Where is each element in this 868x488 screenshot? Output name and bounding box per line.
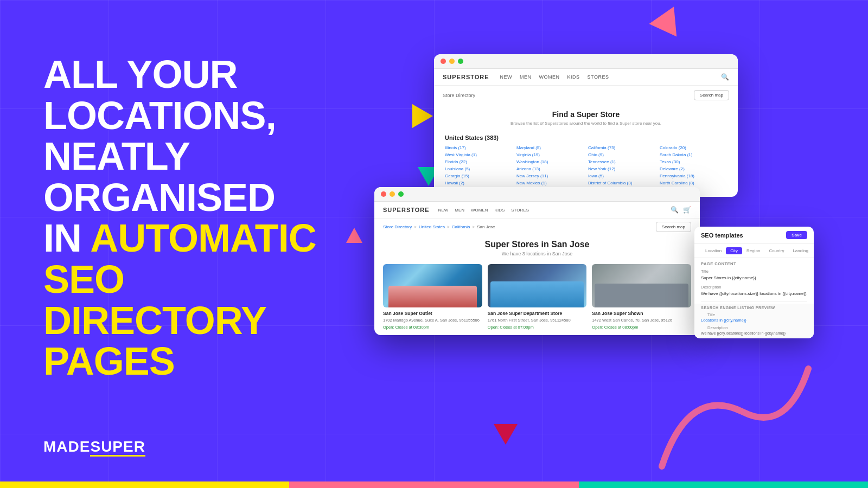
nav-new[interactable]: NEW [500,74,513,80]
location-item[interactable]: California (75) [588,145,655,150]
decoration-triangle-red-bottom [494,424,518,445]
breadcrumb-store-dir[interactable]: Store Directory [383,224,412,229]
sj-nav-new[interactable]: NEW [438,208,449,213]
location-item[interactable]: Pennsylvania (18) [660,174,727,178]
location-item[interactable]: Washington (18) [516,159,584,164]
location-item[interactable]: West Virginia (1) [445,152,512,157]
location-item[interactable]: Delaware (2) [660,166,727,171]
store-card-addr-outlet: 1702 Maridgo Avenue, Suite A, San Jose, … [383,318,482,324]
location-item[interactable]: New Mexico (1) [516,181,584,185]
brand-logo: MADESUPER [43,438,145,455]
store-brand-1: SUPERSTORE [443,74,489,80]
location-item[interactable]: Illinois (17) [445,145,512,150]
seo-tab-more[interactable]: ... [813,247,814,254]
browser-dot-close-2 [381,191,386,197]
store-card-dept[interactable]: San Jose Super Department Store 1761 Nor… [488,264,587,330]
location-item[interactable]: Georgia (15) [445,174,512,178]
sj-nav-men[interactable]: MEN [455,208,464,213]
decoration-triangle-pink-topleft [649,0,687,36]
location-item[interactable]: Florida (22) [445,159,512,164]
seo-description-label: Description [694,283,814,290]
location-item[interactable]: Tennessee (1) [588,159,655,164]
seo-preview-title-value: Locations in {{city.name}} [701,318,807,323]
breadcrumb-sj: San Jose [477,224,495,229]
location-item[interactable]: Texas (30) [660,159,727,164]
location-grid: Illinois (17) Maryland (5) California (7… [445,145,727,192]
breadcrumb-ca[interactable]: California [452,224,470,229]
store-card-hours-dept: Open: Closes at 07:00pm [488,325,587,330]
location-item[interactable]: Hawaii (2) [445,181,512,185]
location-item[interactable]: Colorado (20) [660,145,727,150]
seo-tab-landing[interactable]: Landing [788,247,812,254]
location-item[interactable]: North Carolina (8) [660,181,727,185]
location-item[interactable]: New Jersey (11) [516,174,584,178]
store-card-img-outlet [383,264,482,307]
nav-stores[interactable]: STORES [588,74,609,80]
store-card-addr-shown: 1472 West San Carlos, 70, San Jose, 9512… [592,318,691,324]
seo-preview-desc-value: We have {{city.locations}} locations in … [701,331,807,336]
location-item[interactable]: Virginia (19) [516,152,584,157]
store-card-img-dept [488,264,587,307]
breadcrumb-us[interactable]: United States [419,224,445,229]
location-item[interactable]: New York (12) [588,166,655,171]
brand-logo-text: MADESUPER [43,438,145,455]
store-card-hours-outlet: Open: Closes at 08:30pm [383,325,482,330]
location-item[interactable]: Iowa (5) [588,174,655,178]
seo-title-value[interactable]: Super Stores in {{city.name}} [694,274,814,283]
seo-preview-section-label: SEARCH ENGINE LISTING PREVIEW [701,306,807,310]
headline-line3-normal: IN [43,216,90,260]
decoration-triangle-yellow [412,104,433,128]
country-title: United States (383) [445,134,727,141]
search-icon-2[interactable]: 🔍 [671,206,679,214]
find-store-subtitle: Browse the list of Superstores around th… [445,121,727,126]
sj-nav-kids[interactable]: KIDS [495,208,505,213]
seo-tabs: Location City Region Country Landing ... [694,244,814,258]
brand-made: MADE [43,438,90,455]
browser-bar-2 [374,187,700,202]
seo-preview-title-label: Title [701,311,807,318]
seo-description-value[interactable]: We have {{city.locations.size}} location… [694,290,814,299]
seo-tab-location[interactable]: Location [701,247,726,254]
seo-save-button[interactable]: Save [786,231,807,239]
seo-tab-region[interactable]: Region [742,247,764,254]
seo-preview-section: SEARCH ENGINE LISTING PREVIEW Title Loca… [694,304,814,338]
search-map-btn-2[interactable]: Search map [656,222,691,232]
nav-kids[interactable]: KIDS [567,74,580,80]
nav-men[interactable]: MEN [520,74,532,80]
location-item[interactable]: Maryland (5) [516,145,584,150]
store-card-name-outlet: San Jose Super Outlet [383,311,482,316]
search-map-btn-1[interactable]: Search map [694,90,729,100]
browser-dot-maximize [458,59,463,64]
find-store-title: Find a Super Store [445,110,727,119]
location-item[interactable]: District of Columbia (3) [588,181,655,185]
nav-women[interactable]: WOMEN [539,74,560,80]
browser-dot-maximize-2 [398,191,404,197]
sj-nav-women[interactable]: WOMEN [471,208,488,213]
seo-divider [701,301,807,301]
sanjose-nav-icons: 🔍 🛒 [671,206,691,214]
seo-templates-panel: SEO templates Save Location City Region … [694,227,814,338]
seo-tab-country[interactable]: Country [764,247,788,254]
search-icon-1[interactable]: 🔍 [721,73,729,81]
browser-dot-minimize [449,59,455,64]
browser-dot-minimize-2 [390,191,395,197]
brand-super: SUPER [90,438,145,457]
seo-panel-title: SEO templates [701,232,743,239]
browser-dot-close [441,59,446,64]
location-item[interactable]: South Dakota (1) [660,152,727,157]
browser-window-directory: SUPERSTORE NEW MEN WOMEN KIDS STORES 🔍 S… [434,54,738,197]
sanjose-main-title: Super Stores in San Jose [385,240,689,249]
location-item[interactable]: Louisiana (5) [445,166,512,171]
cart-icon-2[interactable]: 🛒 [683,206,691,214]
seo-tab-city[interactable]: City [726,247,742,254]
store-card-outlet[interactable]: San Jose Super Outlet 1702 Maridgo Avenu… [383,264,482,330]
location-item[interactable]: Ohio (9) [588,152,655,157]
sj-nav-stores[interactable]: STORES [511,208,529,213]
sanjose-nav: SUPERSTORE NEW MEN WOMEN KIDS STORES 🔍 🛒 [374,202,700,219]
sanjose-nav-links: NEW MEN WOMEN KIDS STORES [438,208,529,213]
location-item[interactable]: Arizona (13) [516,166,584,171]
store-card-shown[interactable]: San Jose Super Shown 1472 West San Carlo… [592,264,691,330]
store-card-name-shown: San Jose Super Shown [592,311,691,316]
sanjose-nav-left: SUPERSTORE NEW MEN WOMEN KIDS STORES [383,207,529,213]
store-nav-links-1: NEW MEN WOMEN KIDS STORES [500,74,609,80]
